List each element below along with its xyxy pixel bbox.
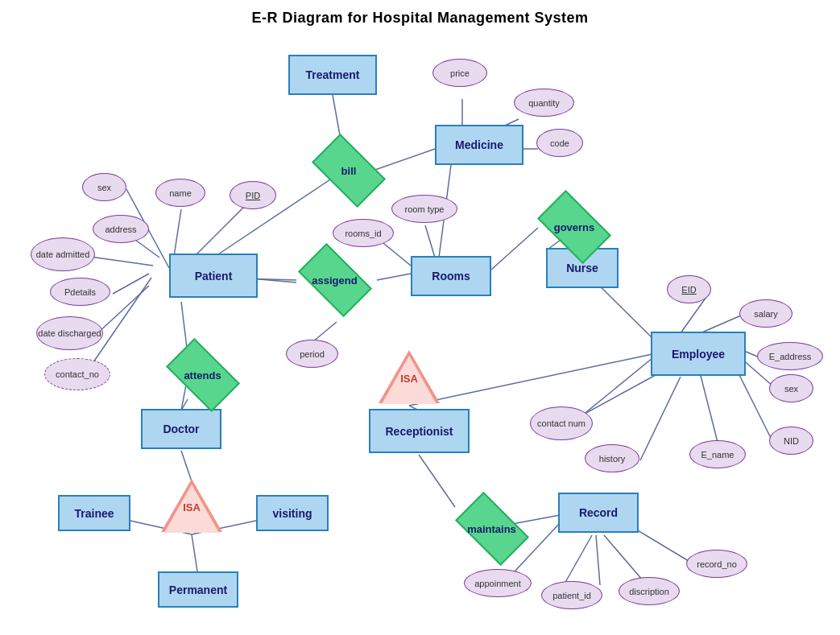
attr-patient-id: patient_id (541, 581, 602, 609)
entity-permanent: Permanent (158, 571, 238, 608)
entity-patient: Patient (169, 254, 258, 298)
attr-price: price (432, 59, 487, 87)
attr-appoinment: appoinment (464, 569, 532, 597)
attr-salary: salary (739, 299, 792, 328)
attr-rooms-id: rooms_id (333, 219, 394, 247)
relationship-maintains: maintains (449, 505, 534, 552)
attr-sex2: sex (769, 374, 813, 402)
svg-line-35 (640, 377, 681, 460)
entity-rooms: Rooms (411, 256, 491, 296)
svg-line-39 (409, 354, 652, 406)
attr-room-type: room type (391, 195, 457, 223)
attr-sex: sex (82, 173, 126, 201)
attr-date-discharged: date discharged (36, 316, 103, 350)
svg-line-40 (419, 455, 455, 507)
attr-pid: PID (230, 181, 276, 209)
diagram-title: E-R Diagram for Hospital Management Syst… (0, 0, 840, 27)
svg-line-33 (737, 370, 773, 443)
relationship-attends: attends (164, 352, 241, 398)
attr-name: name (155, 179, 205, 207)
entity-employee: Employee (651, 332, 746, 376)
attr-e-name: E_name (689, 440, 746, 468)
svg-line-23 (377, 274, 411, 280)
svg-line-42 (564, 535, 592, 585)
svg-line-50 (192, 534, 197, 571)
attr-code: code (536, 129, 583, 157)
entity-trainee: Trainee (58, 495, 130, 531)
attr-date-admitted: date admitted (31, 237, 95, 271)
entity-treatment: Treatment (288, 55, 377, 95)
attr-pdetails: Pdetails (50, 278, 110, 306)
entity-medicine: Medicine (435, 125, 523, 165)
relationship-bill: bill (312, 146, 385, 195)
relationship-governs: governs (534, 203, 614, 251)
attr-period: period (286, 340, 338, 368)
svg-line-19 (113, 274, 149, 294)
attr-discription: discription (619, 577, 680, 605)
attr-contact-no: contact_no (44, 358, 110, 390)
entity-doctor: Doctor (141, 409, 221, 449)
attr-nid: NID (769, 427, 813, 455)
entity-visiting: visiting (256, 495, 329, 531)
svg-line-13 (491, 228, 538, 270)
connection-lines (0, 0, 840, 635)
isa-doctor: ISA (161, 479, 222, 532)
attr-eid: EID (667, 275, 711, 303)
attr-history: history (585, 444, 639, 472)
attr-quantity: quantity (514, 89, 574, 117)
svg-line-47 (181, 451, 192, 481)
entity-record: Record (558, 493, 639, 533)
svg-line-43 (596, 535, 600, 585)
attr-record-no: record_no (686, 550, 747, 578)
er-diagram-canvas: E-R Diagram for Hospital Management Syst… (0, 0, 840, 635)
entity-receptionist: Receptionist (369, 409, 470, 453)
isa-employee: ISA (379, 350, 440, 403)
svg-line-18 (85, 256, 153, 266)
svg-line-6 (425, 225, 435, 258)
attr-address: address (93, 215, 149, 243)
relationship-assigend: assigend (292, 256, 377, 304)
attr-e-address: E_address (757, 342, 823, 370)
attr-contact-num: contact num (530, 406, 593, 440)
